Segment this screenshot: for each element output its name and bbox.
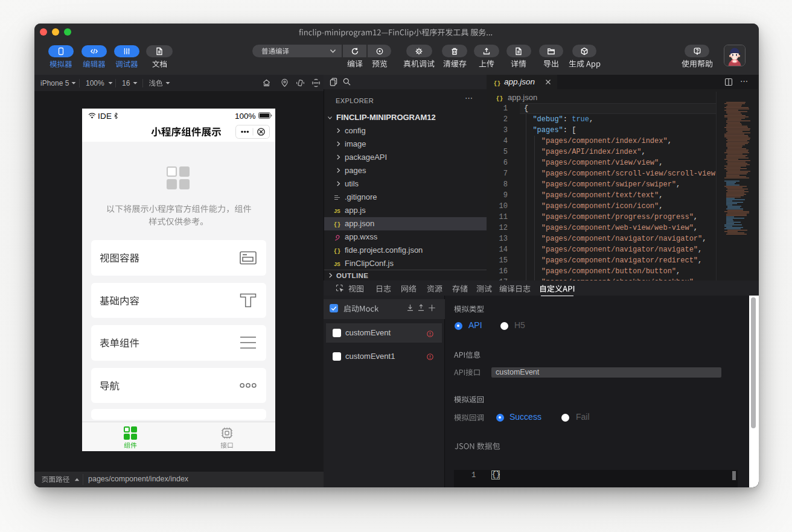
svg-text:{}: {} xyxy=(494,80,500,87)
svg-text:{}: {} xyxy=(334,248,340,255)
svg-text:JS: JS xyxy=(334,208,340,214)
svg-text:JS: JS xyxy=(334,261,340,267)
svg-text:{}: {} xyxy=(334,221,340,228)
